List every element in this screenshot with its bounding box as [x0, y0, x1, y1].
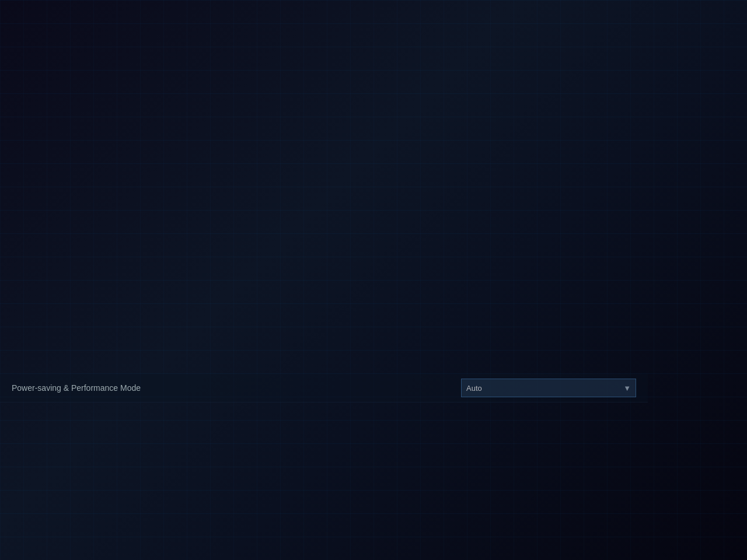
power-saving-value: Auto — [466, 384, 482, 393]
row-power-saving[interactable]: Power-saving & Performance Mode Auto ▼ — [0, 374, 648, 402]
label-power-saving: Power-saving & Performance Mode — [12, 383, 449, 393]
dropdown-power-saving[interactable]: Auto ▼ — [461, 379, 636, 397]
value-power-saving[interactable]: Auto ▼ — [449, 379, 636, 397]
dropdown-arrow: ▼ — [623, 384, 631, 393]
